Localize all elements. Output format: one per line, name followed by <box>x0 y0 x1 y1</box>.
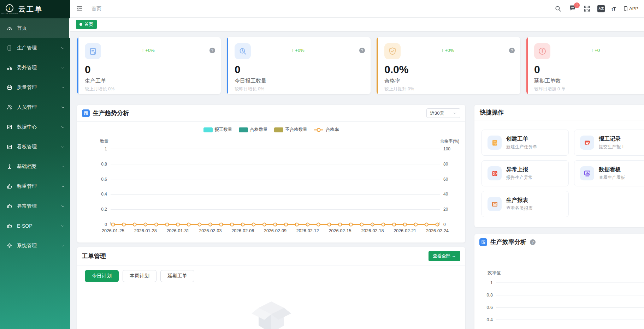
sidebar-item-8[interactable]: 称重管理 <box>0 177 70 196</box>
create-order-icon <box>488 136 502 150</box>
chevron-down-icon <box>61 184 65 189</box>
quick-op-2[interactable]: 异常上报 报告生产异常 <box>481 160 569 186</box>
svg-text:2026-01-25: 2026-01-25 <box>102 228 124 233</box>
legend-item[interactable]: 不合格数量 <box>274 127 308 133</box>
sidebar-item-4[interactable]: 人员管理 <box>0 97 70 117</box>
clipboard-icon <box>85 43 101 59</box>
sidebar-item-0[interactable]: 首页 <box>0 18 70 38</box>
stat-sublabel: 较昨日增加 0 单 <box>534 86 644 92</box>
chevron-down-icon <box>61 224 65 228</box>
chevron-down-icon <box>61 164 65 169</box>
svg-text:0: 0 <box>443 222 446 227</box>
chevron-down-icon <box>61 46 65 50</box>
svg-text:100: 100 <box>443 146 450 151</box>
empty-box-illustration <box>250 299 293 329</box>
quick-op-title: 生产报表 <box>506 197 533 204</box>
tab-1[interactable]: 本周计划 <box>123 270 156 282</box>
quick-op-texts: 数据看板 查看生产看板 <box>599 166 625 181</box>
translate-icon[interactable]: A文 <box>597 5 605 12</box>
stat-value: 0 <box>534 64 644 76</box>
tab-0[interactable]: 今日计划 <box>85 270 119 282</box>
stat-card-3: ↑ +0 ? 0 延期工单数 较昨日增加 0 单 <box>526 37 644 94</box>
chevron-down-icon <box>61 145 65 149</box>
sidebar-item-5[interactable]: 数据中心 <box>0 117 70 137</box>
order-tabs: 今日计划本周计划延期工单 <box>77 265 465 287</box>
trend-indicator: ↑ +0% <box>142 48 155 53</box>
menu-collapse-icon[interactable] <box>76 5 83 12</box>
font-size-icon[interactable]: tT <box>611 6 616 12</box>
quick-op-sub: 新建生产任务单 <box>506 144 537 150</box>
help-icon[interactable]: ? <box>509 48 515 53</box>
legend-item[interactable]: 报工数量 <box>203 127 232 133</box>
legend-item[interactable]: 合格率 <box>314 127 339 133</box>
help-icon[interactable]: ? <box>359 48 365 53</box>
sidebar-item-2[interactable]: 委外管理 <box>0 58 70 78</box>
tab-2[interactable]: 延期工单 <box>160 270 194 282</box>
stat-value: 0 <box>85 64 213 76</box>
calendar-icon <box>7 85 12 90</box>
sidebar-item-3[interactable]: 质量管理 <box>0 78 70 97</box>
help-icon[interactable]: ? <box>209 48 215 53</box>
sidebar-item-label: 系统管理 <box>17 243 61 249</box>
view-all-button[interactable]: 查看全部 → <box>429 251 460 261</box>
sidebar-item-7[interactable]: 基础档案 <box>0 157 70 177</box>
gauge-icon <box>7 25 12 31</box>
tag-home[interactable]: 首页 <box>76 20 97 29</box>
message-icon[interactable]: 1 <box>568 5 576 13</box>
exception-alarm-icon <box>488 166 502 180</box>
logo-icon: i CUSTOM SOFTWARE <box>4 4 15 14</box>
trend-indicator: ↑ +0% <box>441 48 454 53</box>
search-icon[interactable] <box>554 5 562 13</box>
svg-text:20: 20 <box>443 207 448 212</box>
chart-box-icon <box>7 124 12 130</box>
range-select[interactable]: 近30天 <box>426 108 460 118</box>
quick-op-0[interactable]: 创建工单 新建生产任务单 <box>481 130 569 156</box>
sidebar-item-label: E-SOP <box>17 223 61 229</box>
legend-item[interactable]: 合格数量 <box>239 127 268 133</box>
card-accent-bar <box>77 37 78 94</box>
report-search-icon <box>235 43 251 59</box>
quick-op-4[interactable]: 生产报表 查看各类报表 <box>481 191 569 217</box>
legend-swatch <box>203 127 213 132</box>
quick-op-1[interactable]: 报工记录 提交生产报工 <box>574 130 644 156</box>
svg-text:1: 1 <box>105 146 107 151</box>
sidebar-item-11[interactable]: 系统管理 <box>0 236 70 256</box>
fullscreen-icon[interactable] <box>583 5 591 13</box>
doc-icon <box>7 45 12 51</box>
help-icon[interactable]: ? <box>530 239 536 245</box>
quick-op-sub: 提交生产报工 <box>599 144 625 150</box>
stat-sublabel: 较昨日增长 0% <box>235 86 363 92</box>
mobile-app-button[interactable]: APP <box>623 6 638 12</box>
work-orders-title: 工单管理 <box>82 252 106 260</box>
sidebar-item-6[interactable]: 看板管理 <box>0 137 70 157</box>
chevron-down-icon <box>61 244 65 248</box>
legend-swatch <box>239 127 248 132</box>
quick-op-texts: 创建工单 新建生产任务单 <box>506 135 537 150</box>
stat-cards-row: ↑ +0% ? 0 生产工单 较上月增长 0% ↑ +0% ? 0 今日报工数量… <box>77 37 644 94</box>
thumb-icon <box>7 223 12 229</box>
breadcrumb[interactable]: 首页 <box>91 6 101 12</box>
thumb-icon <box>7 203 12 209</box>
sidebar-item-1[interactable]: 生产管理 <box>0 38 70 58</box>
thumb-icon <box>7 184 12 189</box>
app-root: i CUSTOM SOFTWARE 云工单 首页 生产管理 委外管理 质量管理 … <box>0 0 644 329</box>
stat-sublabel: 较上月增长 0% <box>85 86 213 92</box>
sidebar-item-9[interactable]: 异常管理 <box>0 196 70 216</box>
tag-dot-icon <box>79 23 82 26</box>
svg-text:0.6: 0.6 <box>487 305 493 310</box>
svg-text:2026-02-12: 2026-02-12 <box>296 228 319 233</box>
svg-text:0.8: 0.8 <box>101 162 107 167</box>
sidebar-item-label: 委外管理 <box>17 65 61 71</box>
production-report-icon <box>488 197 502 211</box>
sidebar-item-label: 看板管理 <box>17 144 61 150</box>
stat-label: 今日报工数量 <box>235 78 363 84</box>
report-record-icon <box>580 136 594 150</box>
range-select-value: 近30天 <box>430 110 444 116</box>
stat-label: 合格率 <box>384 78 513 84</box>
quick-ops-panel: 快捷操作 创建工单 新建生产任务单 报工记录 提交生产报工 异常上报 报告生产异… <box>474 105 644 227</box>
svg-text:2026-02-06: 2026-02-06 <box>231 228 254 233</box>
quick-ops-header: 快捷操作 <box>474 105 644 120</box>
quick-op-title: 报工记录 <box>599 135 625 143</box>
quick-op-3[interactable]: 数据看板 查看生产看板 <box>574 160 644 186</box>
sidebar-item-10[interactable]: E-SOP <box>0 216 70 236</box>
